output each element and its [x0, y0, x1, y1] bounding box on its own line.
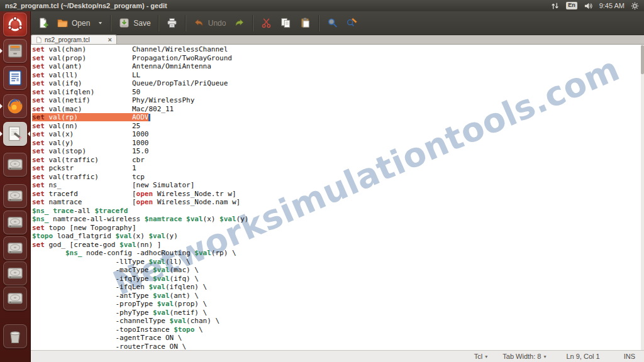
cut-button[interactable] — [257, 15, 275, 31]
scrollbar-thumb[interactable] — [641, 45, 644, 74]
new-document-icon — [37, 17, 49, 29]
code-line: set val(netif) Phy/WirelessPhy — [32, 96, 644, 105]
replace-icon — [346, 17, 358, 29]
open-button[interactable]: Open — [53, 15, 93, 31]
tab-close-icon[interactable]: × — [108, 36, 112, 43]
file-cabinet-icon — [6, 42, 24, 60]
tab-bar: ns2_program.tcl × — [30, 35, 644, 45]
code-line: $ns_ node-config -adhocRouting $val(rp) … — [32, 249, 644, 258]
status-bar: Tcl ▾ Tab Width: 8 ▾ Ln 9, Col 1 INS — [30, 350, 644, 362]
cursor-position: Ln 9, Col 1 — [566, 353, 599, 360]
code-line: -topoInstance $topo \ — [32, 326, 644, 334]
text-editor-icon — [6, 125, 24, 143]
toolbar-button-label: Undo — [208, 19, 226, 28]
keyboard-layout-indicator[interactable]: En — [566, 2, 577, 9]
search-button[interactable] — [323, 15, 341, 31]
print-button[interactable] — [163, 15, 181, 31]
paste-icon — [299, 17, 311, 29]
clock[interactable]: 9:45 AM — [599, 2, 625, 9]
running-indicator — [0, 104, 3, 109]
chevron-down-icon: ▾ — [543, 354, 546, 359]
new-document-button[interactable] — [34, 15, 52, 31]
code-line: set val(prop) Propagation/TwoRayGround — [32, 54, 644, 63]
tab-label: ns2_program.tcl — [45, 36, 90, 43]
gedit-button[interactable] — [3, 122, 27, 146]
replace-button[interactable] — [343, 15, 361, 31]
language-selector[interactable]: Tcl ▾ — [474, 353, 487, 360]
code-line: set val(ant) Antenna/OmniAntenna — [32, 62, 644, 71]
code-line: set val(ifq) Queue/DropTail/PriQueue — [32, 79, 644, 88]
undo-button[interactable]: Undo — [190, 15, 230, 31]
editor: Networksimulationtools.com set val(chan)… — [30, 45, 644, 350]
code-line: set val(y) 1000 — [32, 139, 644, 148]
open-dropdown-button[interactable] — [94, 18, 106, 28]
code-line: -macType $val(mac) \ — [32, 266, 644, 275]
document-tab[interactable]: ns2_program.tcl × — [31, 35, 117, 44]
code-line: set namtrace [open Wireless_Node.nam w] — [32, 198, 644, 207]
network-arrows-icon[interactable] — [550, 2, 560, 10]
printer-icon — [166, 17, 178, 29]
code-line: -agentTrace ON \ — [32, 334, 644, 343]
code-area[interactable]: set val(chan) Channel/WirelessChannelset… — [30, 45, 644, 350]
toolbar-separator — [110, 15, 111, 31]
redo-button[interactable] — [230, 15, 248, 31]
document-icon — [36, 36, 42, 43]
code-line: -ifqType $val(ifq) \ — [32, 275, 644, 283]
save-icon — [118, 17, 130, 29]
disk-drive-button[interactable] — [3, 153, 27, 177]
code-line: set val(stop) 15.0 — [32, 147, 644, 156]
code-line: set topo [new Topography] — [32, 224, 644, 233]
code-line: -phyType $val(netif) \ — [32, 309, 644, 317]
ubuntu-dash-button[interactable] — [3, 13, 27, 36]
save-button[interactable]: Save — [115, 15, 153, 31]
volume-icon[interactable] — [584, 2, 593, 10]
running-indicator — [0, 48, 3, 53]
code-line: -ifqLen $val(ifqlen) \ — [32, 283, 644, 292]
disk-drive-button[interactable] — [3, 184, 27, 208]
disk-drive-button[interactable] — [3, 236, 27, 260]
writer-document-icon — [6, 69, 24, 87]
file-manager-button[interactable] — [3, 39, 27, 63]
desktop: ns2_program.tcl (~/Desktop/ns2_program) … — [0, 0, 644, 362]
code-line: -llType $val(ll) \ — [32, 258, 644, 266]
paste-button[interactable] — [296, 15, 314, 31]
chevron-down-icon — [97, 20, 103, 26]
code-line: set val(chan) Channel/WirelessChannel — [32, 45, 644, 54]
toolbar-button-label: Open — [72, 19, 90, 28]
text-caret — [148, 114, 150, 121]
toolbar: OpenSaveUndo — [30, 11, 644, 35]
hard-disk-icon — [6, 156, 24, 173]
copy-icon — [280, 17, 292, 29]
trash-button[interactable] — [3, 324, 27, 348]
copy-button[interactable] — [277, 15, 295, 31]
ubuntu-logo-icon — [6, 16, 24, 33]
undo-icon — [193, 17, 205, 29]
code-line: $ns_ namtrace-all-wireless $namtrace $va… — [32, 215, 644, 224]
code-line: $topo load_flatgrid $val(x) $val(y) — [32, 232, 644, 241]
running-indicator — [0, 131, 3, 136]
trash-icon — [6, 327, 24, 345]
hard-disk-icon — [6, 239, 24, 257]
code-line: -channelType $val(chan) \ — [32, 317, 644, 326]
disk-drive-button[interactable] — [3, 287, 27, 310]
code-line: set pckstr 1 — [32, 164, 644, 173]
toolbar-button-label: Save — [133, 19, 150, 28]
code-line: $ns_ trace-all $tracefd — [32, 207, 644, 216]
gedit-window: OpenSaveUndo ns2_program.tcl × Networksi… — [30, 11, 644, 362]
code-line: -antType $val(ant) \ — [32, 292, 644, 300]
chevron-down-icon: ▾ — [485, 354, 487, 359]
firefox-button[interactable] — [3, 94, 27, 118]
toolbar-separator — [185, 15, 186, 31]
code-line: set val(ifqlen) 50 — [32, 88, 644, 97]
firefox-icon — [6, 97, 24, 115]
hard-disk-icon — [6, 265, 24, 282]
libreoffice-writer-button[interactable] — [3, 66, 27, 90]
disk-drive-button[interactable] — [3, 211, 27, 234]
hard-disk-icon — [6, 187, 24, 205]
tab-width-selector[interactable]: Tab Width: 8 ▾ — [502, 353, 546, 360]
disk-drive-button[interactable] — [3, 261, 27, 285]
window-title: ns2_program.tcl (~/Desktop/ns2_program) … — [5, 2, 167, 9]
scrollbar[interactable] — [641, 45, 644, 350]
session-gear-icon[interactable] — [631, 2, 639, 10]
toolbar-separator — [318, 15, 319, 31]
